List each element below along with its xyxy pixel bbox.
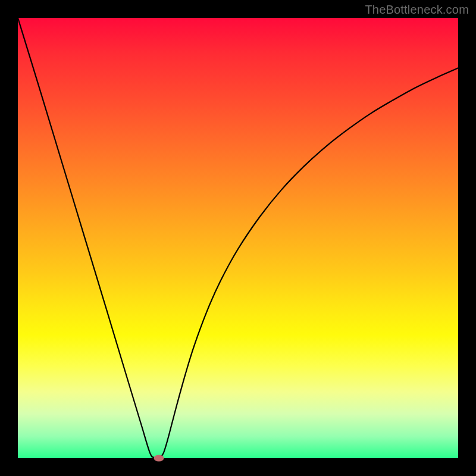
chart-frame: TheBottleneck.com — [0, 0, 476, 476]
minimum-marker — [154, 455, 164, 462]
watermark-text: TheBottleneck.com — [365, 3, 469, 17]
bottleneck-curve — [18, 18, 458, 458]
plot-area — [18, 18, 458, 458]
